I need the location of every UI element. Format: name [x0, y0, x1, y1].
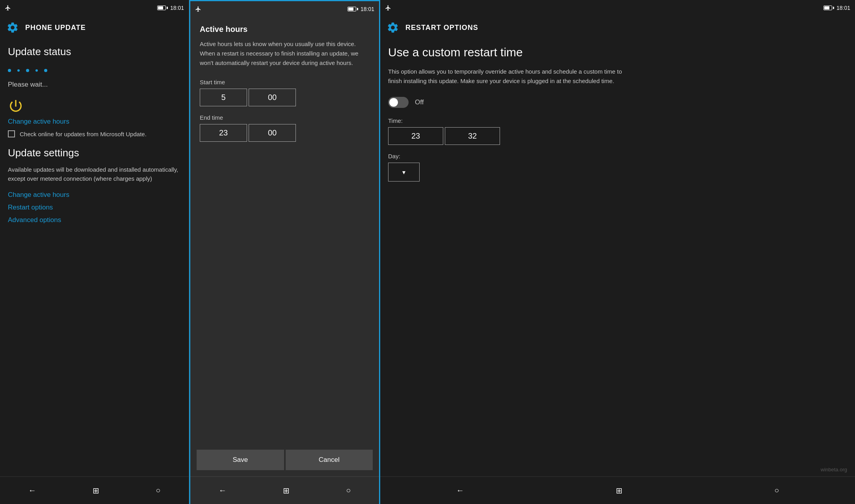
page-title-1: PHONE UPDATE: [25, 24, 86, 32]
dot-3: [26, 69, 29, 72]
update-status-heading: Update status: [8, 46, 181, 58]
title-bar-3: RESTART OPTIONS: [380, 16, 855, 39]
start-time-inputs: 5 00: [200, 89, 370, 106]
status-bar-3: 18:01: [380, 0, 855, 16]
power-icon: [8, 98, 24, 114]
power-icon-container: [8, 98, 181, 115]
dot-1: [8, 69, 11, 72]
loading-dots: [8, 66, 181, 75]
end-time-minute[interactable]: 00: [249, 124, 296, 142]
status-bar-1: 18:01: [0, 0, 189, 16]
windows-button-3[interactable]: ⊞: [606, 483, 632, 498]
restart-time-inputs: 23 32: [388, 127, 847, 145]
custom-restart-toggle[interactable]: [388, 97, 409, 108]
windows-button-1[interactable]: ⊞: [83, 483, 109, 498]
search-button-3[interactable]: ○: [765, 483, 788, 498]
content-1: Update status Please wait... Change acti…: [0, 39, 189, 476]
start-time-hour[interactable]: 5: [200, 89, 247, 106]
restart-options-desc: This option allows you to temporarily ov…: [388, 67, 625, 86]
nav-bar-3: ← ⊞ ○: [380, 476, 855, 504]
chevron-down-icon: ▾: [402, 169, 405, 176]
toggle-thumb: [389, 98, 398, 107]
phone-update-panel: 18:01 PHONE UPDATE Update status Please …: [0, 0, 189, 504]
search-button-2[interactable]: ○: [336, 483, 360, 498]
status-bar-left-2: [195, 6, 201, 12]
checkbox[interactable]: [8, 130, 15, 137]
page-title-3: RESTART OPTIONS: [405, 24, 478, 32]
nav-bar-1: ← ⊞ ○: [0, 476, 189, 504]
status-bar-right-1: 18:01: [157, 5, 184, 11]
day-label: Day:: [388, 153, 847, 159]
status-bar-right-2: 18:01: [348, 6, 374, 12]
dot-4: [35, 69, 38, 72]
content-2: Active hours Active hours lets us know w…: [190, 17, 379, 443]
change-active-hours-link-2[interactable]: Change active hours: [8, 191, 181, 199]
day-dropdown[interactable]: ▾: [388, 163, 420, 182]
airplane-icon-3: [385, 5, 391, 11]
airplane-icon-2: [195, 6, 201, 12]
time-label: Time:: [388, 117, 847, 124]
back-button-1[interactable]: ←: [19, 483, 46, 498]
title-bar-1: PHONE UPDATE: [0, 16, 189, 39]
gear-icon-1: [6, 21, 19, 34]
toggle-row: Off: [388, 97, 847, 108]
modal-buttons: Save Cancel: [190, 443, 379, 476]
nav-bar-2: ← ⊞ ○: [190, 476, 379, 504]
start-time-label-text: Start time: [200, 79, 370, 85]
update-settings-heading: Update settings: [8, 147, 181, 159]
start-time-label: Start time 5 00: [200, 79, 370, 106]
checkbox-row[interactable]: Check online for updates from Microsoft …: [8, 130, 181, 137]
status-bar-left-1: [5, 5, 11, 11]
restart-options-heading: Use a custom restart time: [388, 46, 847, 59]
battery-icon-1: [157, 6, 168, 10]
start-time-minute[interactable]: 00: [249, 89, 296, 106]
status-bar-2: 18:01: [190, 1, 379, 17]
time-display-1: 18:01: [170, 5, 184, 11]
active-hours-title: Active hours: [200, 25, 370, 34]
cancel-button[interactable]: Cancel: [286, 450, 373, 470]
back-button-2[interactable]: ←: [209, 483, 236, 498]
search-button-1[interactable]: ○: [146, 483, 170, 498]
battery-icon-3: [823, 6, 834, 10]
please-wait-text: Please wait...: [8, 81, 181, 89]
checkbox-label: Check online for updates from Microsoft …: [20, 131, 147, 137]
advanced-options-link[interactable]: Advanced options: [8, 216, 181, 224]
dot-2: [17, 69, 20, 72]
end-time-hour[interactable]: 23: [200, 124, 247, 142]
dot-5: [44, 69, 47, 72]
toggle-state-label: Off: [415, 98, 424, 106]
save-button[interactable]: Save: [197, 450, 284, 470]
update-settings-desc: Available updates will be downloaded and…: [8, 165, 181, 183]
status-bar-right-3: 18:01: [823, 5, 850, 11]
end-time-inputs: 23 00: [200, 124, 370, 142]
change-active-hours-link-1[interactable]: Change active hours: [8, 118, 181, 126]
end-time-section: End time 23 00: [200, 114, 370, 142]
battery-icon-2: [348, 7, 358, 11]
restart-options-link[interactable]: Restart options: [8, 204, 181, 211]
gear-icon-3: [387, 21, 399, 34]
back-button-3[interactable]: ←: [447, 483, 474, 498]
end-time-label-text: End time: [200, 114, 370, 121]
restart-time-hour[interactable]: 23: [388, 127, 443, 145]
airplane-icon-1: [5, 5, 11, 11]
active-hours-desc: Active hours lets us know when you usual…: [200, 39, 370, 68]
time-display-2: 18:01: [361, 6, 374, 12]
active-hours-panel: 18:01 Active hours Active hours lets us …: [189, 0, 380, 504]
restart-options-panel: 18:01 RESTART OPTIONS Use a custom resta…: [380, 0, 855, 504]
content-3: Use a custom restart time This option al…: [380, 39, 855, 476]
status-bar-left-3: [385, 5, 391, 11]
windows-button-2[interactable]: ⊞: [273, 483, 299, 498]
restart-time-minute[interactable]: 32: [445, 127, 500, 145]
time-display-3: 18:01: [836, 5, 850, 11]
watermark: winbeta.org: [821, 467, 847, 472]
